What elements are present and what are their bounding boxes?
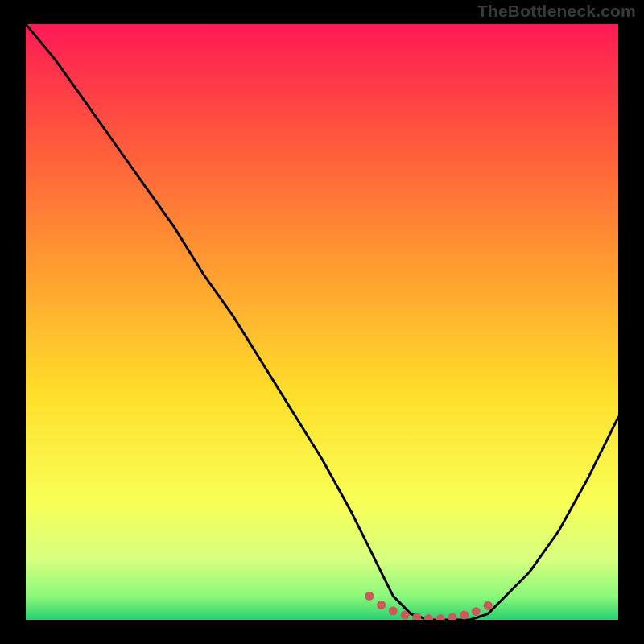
- chart-marker: [377, 601, 386, 609]
- chart-marker: [389, 606, 398, 615]
- watermark-label: TheBottleneck.com: [477, 2, 636, 21]
- chart-marker: [365, 592, 374, 601]
- chart-frame: TheBottleneck.com: [0, 0, 644, 644]
- chart-background: [26, 24, 618, 620]
- chart-svg: [26, 24, 618, 620]
- chart-plot: [26, 24, 618, 620]
- chart-marker: [472, 607, 481, 616]
- chart-marker: [484, 601, 493, 610]
- chart-marker: [401, 611, 410, 620]
- chart-marker: [460, 611, 469, 620]
